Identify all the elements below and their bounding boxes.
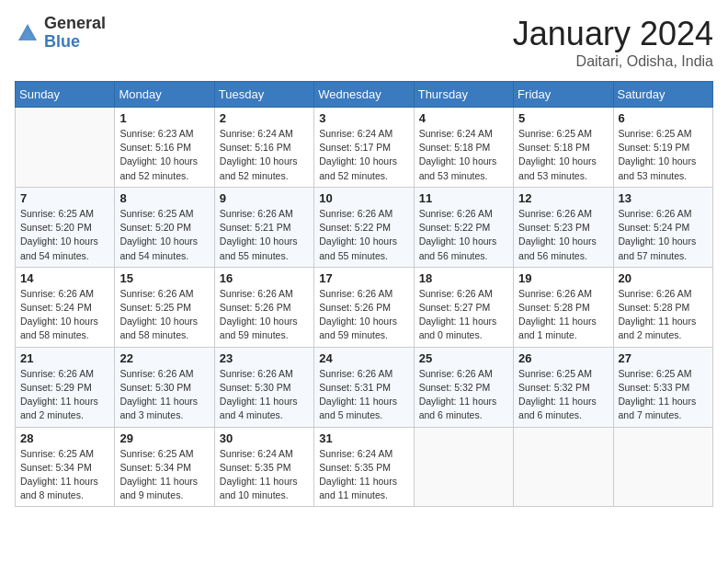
day-number: 25 xyxy=(419,351,508,365)
calendar-cell: 6Sunrise: 6:25 AM Sunset: 5:19 PM Daylig… xyxy=(613,108,712,188)
logo: General Blue xyxy=(15,15,106,52)
logo-icon xyxy=(15,20,40,46)
weekday-header: Saturday xyxy=(613,82,712,108)
day-number: 10 xyxy=(319,191,408,205)
calendar-cell: 10Sunrise: 6:26 AM Sunset: 5:22 PM Dayli… xyxy=(314,187,414,267)
logo-blue-text: Blue xyxy=(44,33,106,52)
day-number: 15 xyxy=(119,271,209,285)
weekday-header: Monday xyxy=(115,82,214,108)
day-info: Sunrise: 6:25 AM Sunset: 5:34 PM Dayligh… xyxy=(20,447,109,503)
day-info: Sunrise: 6:26 AM Sunset: 5:28 PM Dayligh… xyxy=(518,287,608,343)
day-number: 27 xyxy=(619,351,708,365)
calendar-cell: 23Sunrise: 6:26 AM Sunset: 5:30 PM Dayli… xyxy=(214,347,313,427)
day-number: 8 xyxy=(119,191,209,205)
day-number: 13 xyxy=(619,191,708,205)
day-number: 28 xyxy=(20,431,109,445)
day-info: Sunrise: 6:26 AM Sunset: 5:21 PM Dayligh… xyxy=(220,207,309,263)
day-info: Sunrise: 6:25 AM Sunset: 5:33 PM Dayligh… xyxy=(619,367,708,423)
weekday-header: Friday xyxy=(514,82,613,108)
calendar-cell: 27Sunrise: 6:25 AM Sunset: 5:33 PM Dayli… xyxy=(613,347,712,427)
calendar-cell: 2Sunrise: 6:24 AM Sunset: 5:16 PM Daylig… xyxy=(214,108,313,188)
calendar-cell: 14Sunrise: 6:26 AM Sunset: 5:24 PM Dayli… xyxy=(16,267,115,347)
day-number: 6 xyxy=(619,111,708,125)
day-number: 7 xyxy=(20,191,109,205)
calendar-cell: 25Sunrise: 6:26 AM Sunset: 5:32 PM Dayli… xyxy=(414,347,513,427)
day-info: Sunrise: 6:25 AM Sunset: 5:19 PM Dayligh… xyxy=(619,127,708,183)
calendar-cell: 24Sunrise: 6:26 AM Sunset: 5:31 PM Dayli… xyxy=(314,347,414,427)
day-number: 1 xyxy=(119,111,209,125)
day-info: Sunrise: 6:25 AM Sunset: 5:20 PM Dayligh… xyxy=(119,207,209,263)
calendar-cell: 12Sunrise: 6:26 AM Sunset: 5:23 PM Dayli… xyxy=(514,187,613,267)
day-number: 31 xyxy=(319,431,408,445)
day-info: Sunrise: 6:24 AM Sunset: 5:35 PM Dayligh… xyxy=(220,447,309,503)
day-info: Sunrise: 6:26 AM Sunset: 5:24 PM Dayligh… xyxy=(619,207,708,263)
logo-text: General Blue xyxy=(44,15,106,52)
weekday-header: Sunday xyxy=(16,82,115,108)
day-number: 26 xyxy=(518,351,608,365)
day-info: Sunrise: 6:26 AM Sunset: 5:28 PM Dayligh… xyxy=(619,287,708,343)
calendar-week-row: 1Sunrise: 6:23 AM Sunset: 5:16 PM Daylig… xyxy=(16,108,713,188)
calendar-cell: 18Sunrise: 6:26 AM Sunset: 5:27 PM Dayli… xyxy=(414,267,513,347)
calendar-cell: 20Sunrise: 6:26 AM Sunset: 5:28 PM Dayli… xyxy=(613,267,712,347)
location-title: Daitari, Odisha, India xyxy=(513,53,713,70)
calendar-cell: 3Sunrise: 6:24 AM Sunset: 5:17 PM Daylig… xyxy=(314,108,414,188)
day-number: 4 xyxy=(419,111,508,125)
day-number: 20 xyxy=(619,271,708,285)
day-number: 14 xyxy=(20,271,109,285)
title-block: January 2024 Daitari, Odisha, India xyxy=(513,15,713,70)
day-info: Sunrise: 6:26 AM Sunset: 5:32 PM Dayligh… xyxy=(419,367,508,423)
weekday-header: Wednesday xyxy=(314,82,414,108)
calendar-cell: 13Sunrise: 6:26 AM Sunset: 5:24 PM Dayli… xyxy=(613,187,712,267)
day-number: 19 xyxy=(518,271,608,285)
day-info: Sunrise: 6:25 AM Sunset: 5:32 PM Dayligh… xyxy=(518,367,608,423)
calendar-cell: 29Sunrise: 6:25 AM Sunset: 5:34 PM Dayli… xyxy=(115,427,214,507)
calendar-cell xyxy=(613,427,712,507)
day-info: Sunrise: 6:24 AM Sunset: 5:17 PM Dayligh… xyxy=(319,127,408,183)
day-info: Sunrise: 6:26 AM Sunset: 5:23 PM Dayligh… xyxy=(518,207,608,263)
calendar-cell: 31Sunrise: 6:24 AM Sunset: 5:35 PM Dayli… xyxy=(314,427,414,507)
day-number: 12 xyxy=(518,191,608,205)
day-number: 22 xyxy=(119,351,209,365)
calendar-cell: 26Sunrise: 6:25 AM Sunset: 5:32 PM Dayli… xyxy=(514,347,613,427)
logo-general-text: General xyxy=(44,15,106,33)
weekday-header: Tuesday xyxy=(214,82,313,108)
day-info: Sunrise: 6:23 AM Sunset: 5:16 PM Dayligh… xyxy=(119,127,209,183)
day-info: Sunrise: 6:26 AM Sunset: 5:22 PM Dayligh… xyxy=(419,207,508,263)
calendar-cell: 1Sunrise: 6:23 AM Sunset: 5:16 PM Daylig… xyxy=(115,108,214,188)
calendar-header-row: SundayMondayTuesdayWednesdayThursdayFrid… xyxy=(16,82,713,108)
day-number: 5 xyxy=(518,111,608,125)
calendar-cell: 16Sunrise: 6:26 AM Sunset: 5:26 PM Dayli… xyxy=(214,267,313,347)
calendar-cell: 19Sunrise: 6:26 AM Sunset: 5:28 PM Dayli… xyxy=(514,267,613,347)
day-number: 24 xyxy=(319,351,408,365)
day-number: 30 xyxy=(220,431,309,445)
calendar-cell xyxy=(514,427,613,507)
calendar-cell xyxy=(414,427,513,507)
weekday-header: Thursday xyxy=(414,82,513,108)
calendar-cell: 28Sunrise: 6:25 AM Sunset: 5:34 PM Dayli… xyxy=(16,427,115,507)
calendar-cell xyxy=(16,108,115,188)
calendar-cell: 17Sunrise: 6:26 AM Sunset: 5:26 PM Dayli… xyxy=(314,267,414,347)
day-number: 17 xyxy=(319,271,408,285)
calendar-cell: 15Sunrise: 6:26 AM Sunset: 5:25 PM Dayli… xyxy=(115,267,214,347)
day-info: Sunrise: 6:26 AM Sunset: 5:30 PM Dayligh… xyxy=(119,367,209,423)
calendar-cell: 4Sunrise: 6:24 AM Sunset: 5:18 PM Daylig… xyxy=(414,108,513,188)
day-info: Sunrise: 6:26 AM Sunset: 5:25 PM Dayligh… xyxy=(119,287,209,343)
day-info: Sunrise: 6:24 AM Sunset: 5:16 PM Dayligh… xyxy=(220,127,309,183)
day-info: Sunrise: 6:25 AM Sunset: 5:34 PM Dayligh… xyxy=(119,447,209,503)
day-info: Sunrise: 6:26 AM Sunset: 5:24 PM Dayligh… xyxy=(20,287,109,343)
calendar-table: SundayMondayTuesdayWednesdayThursdayFrid… xyxy=(15,81,713,507)
day-number: 29 xyxy=(119,431,209,445)
calendar-cell: 5Sunrise: 6:25 AM Sunset: 5:18 PM Daylig… xyxy=(514,108,613,188)
page-header: General Blue January 2024 Daitari, Odish… xyxy=(15,15,713,70)
calendar-cell: 11Sunrise: 6:26 AM Sunset: 5:22 PM Dayli… xyxy=(414,187,513,267)
day-info: Sunrise: 6:24 AM Sunset: 5:35 PM Dayligh… xyxy=(319,447,408,503)
month-title: January 2024 xyxy=(513,15,713,53)
calendar-cell: 22Sunrise: 6:26 AM Sunset: 5:30 PM Dayli… xyxy=(115,347,214,427)
day-number: 21 xyxy=(20,351,109,365)
day-info: Sunrise: 6:25 AM Sunset: 5:18 PM Dayligh… xyxy=(518,127,608,183)
calendar-week-row: 14Sunrise: 6:26 AM Sunset: 5:24 PM Dayli… xyxy=(16,267,713,347)
day-number: 3 xyxy=(319,111,408,125)
day-number: 18 xyxy=(419,271,508,285)
calendar-cell: 7Sunrise: 6:25 AM Sunset: 5:20 PM Daylig… xyxy=(16,187,115,267)
day-number: 23 xyxy=(220,351,309,365)
